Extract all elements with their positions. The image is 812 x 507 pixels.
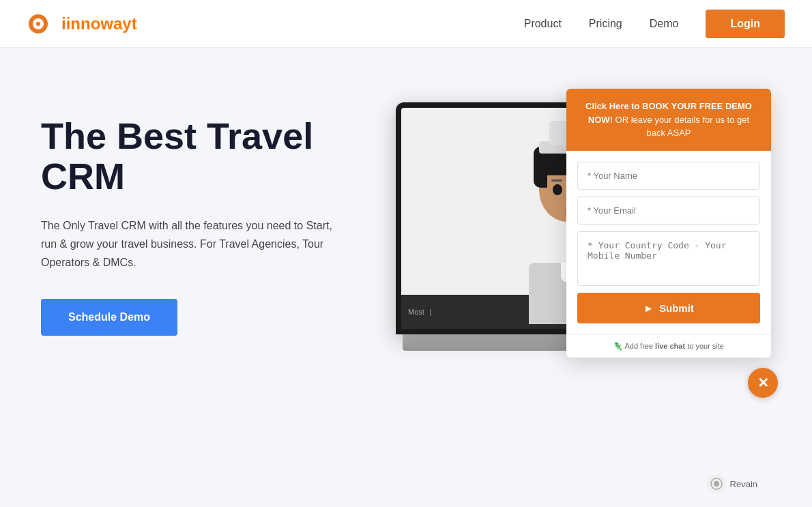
revain-label: Revain <box>730 479 757 489</box>
footer-text2: to your site <box>687 342 724 350</box>
submit-button[interactable]: ► Submit <box>577 293 760 323</box>
schedule-demo-button[interactable]: Schedule Demo <box>41 299 177 336</box>
nav-demo[interactable]: Demo <box>650 18 679 30</box>
submit-arrow-icon: ► <box>643 302 654 314</box>
login-button[interactable]: Login <box>706 10 785 38</box>
hero-description: The Only Travel CRM with all the feature… <box>41 216 341 272</box>
live-chat-link[interactable]: live chat <box>655 342 685 350</box>
popup-close-button[interactable]: ✕ <box>748 368 778 398</box>
nav-pricing[interactable]: Pricing <box>589 18 622 30</box>
screen-bar-cursor: | <box>430 308 432 316</box>
hero-section: The Best Travel CRM The Only Travel CRM … <box>0 48 812 507</box>
popup-header-text: Click Here to BOOK YOUR FREE DEMO NOW! O… <box>580 100 757 140</box>
submit-label: Submit <box>659 302 694 314</box>
svg-point-4 <box>714 481 719 487</box>
phone-input[interactable] <box>577 231 760 286</box>
footer-text: Add free <box>624 342 655 350</box>
footer-icon: 🦎 <box>613 342 623 350</box>
popup-footer: 🦎 Add free live chat to your site <box>566 334 771 358</box>
popup-body: ► Submit <box>566 151 771 334</box>
popup-header: Click Here to BOOK YOUR FREE DEMO NOW! O… <box>566 89 771 151</box>
revain-icon <box>707 474 726 493</box>
hero-left: The Best Travel CRM The Only Travel CRM … <box>41 89 368 336</box>
nav-product[interactable]: Product <box>524 18 562 30</box>
name-input[interactable] <box>577 162 760 190</box>
navbar: iinnowayt Product Pricing Demo Login <box>0 0 812 48</box>
logo[interactable]: iinnowayt <box>27 9 137 39</box>
screen-bar-text: Most <box>408 308 424 316</box>
demo-popup: Click Here to BOOK YOUR FREE DEMO NOW! O… <box>566 89 771 358</box>
hero-right: Most | Click Here to BOOK YOUR FREE DEMO… <box>368 89 771 507</box>
svg-point-2 <box>36 22 40 26</box>
close-icon: ✕ <box>757 376 769 390</box>
email-input[interactable] <box>577 197 760 224</box>
hero-title: The Best Travel CRM <box>41 116 368 197</box>
logo-text: iinnowayt <box>61 14 137 33</box>
nav-links: Product Pricing Demo Login <box>524 10 785 38</box>
logo-icon <box>27 9 57 39</box>
revain-badge: Revain <box>707 474 757 493</box>
